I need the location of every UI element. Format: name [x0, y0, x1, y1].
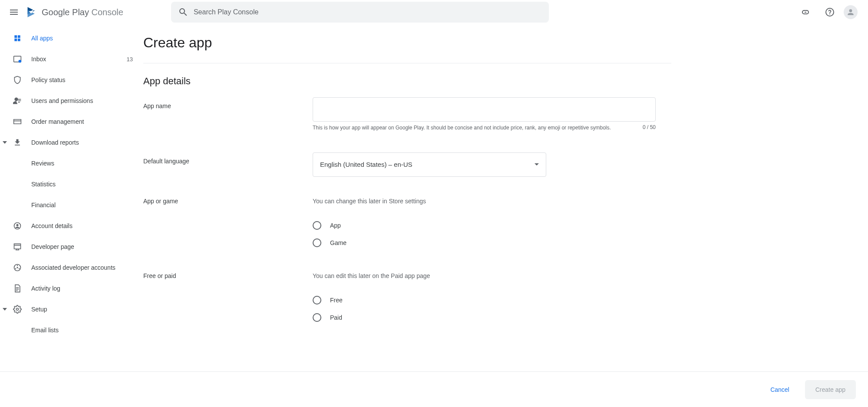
sidebar-subitem-email-lists[interactable]: Email lists [0, 320, 143, 341]
sidebar-item-label: Inbox [31, 56, 127, 63]
app-name-helper: This is how your app will appear on Goog… [313, 124, 643, 132]
logo-text: Google Play Console [42, 7, 123, 17]
svg-point-5 [17, 265, 18, 266]
radio-option-paid[interactable]: Paid [313, 309, 430, 326]
radio-option-free[interactable]: Free [313, 291, 430, 309]
free-or-paid-label: Free or paid [143, 272, 313, 326]
default-language-value: English (United States) – en-US [320, 161, 535, 168]
radio-icon [313, 221, 321, 230]
sidebar-item-order-management[interactable]: Order management [0, 111, 143, 132]
sidebar-item-download-reports[interactable]: Download reports [0, 132, 143, 153]
radio-icon [313, 296, 321, 304]
hamburger-menu-button[interactable] [3, 2, 24, 23]
svg-point-8 [17, 308, 19, 311]
sidebar-subitem-statistics[interactable]: Statistics [0, 174, 143, 195]
sidebar-item-label: Users and permissions [31, 97, 133, 104]
radio-icon [313, 313, 321, 322]
svg-point-2 [17, 224, 19, 226]
page-title: Create app [143, 35, 671, 51]
svg-point-4 [17, 267, 18, 268]
section-title: App details [143, 76, 671, 87]
sidebar-item-setup[interactable]: Setup [0, 299, 143, 320]
radio-label: Paid [330, 314, 342, 321]
radio-label: Free [330, 297, 343, 304]
free-or-paid-hint: You can edit this later on the Paid app … [313, 272, 430, 279]
radio-option-game[interactable]: Game [313, 234, 426, 251]
logo[interactable]: Google Play Console [26, 6, 123, 18]
sidebar-item-label: Policy status [31, 76, 133, 83]
hamburger-icon [9, 7, 19, 17]
divider [143, 63, 671, 63]
default-language-label: Default language [143, 152, 313, 177]
help-icon [825, 7, 835, 17]
inbox-icon [12, 54, 23, 64]
svg-point-0 [19, 60, 22, 63]
radio-label: App [330, 222, 341, 229]
sidebar-item-label: All apps [31, 35, 133, 42]
svg-point-7 [15, 268, 17, 269]
sidebar-nav: All appsInbox13Policy statusUsers and pe… [0, 24, 143, 371]
app-name-char-count: 0 / 50 [643, 124, 656, 132]
account-avatar[interactable] [844, 5, 858, 19]
search-bar[interactable] [171, 2, 549, 23]
sidebar-item-associated-developer-accounts[interactable]: Associated developer accounts [0, 257, 143, 278]
sidebar-item-label: Developer page [31, 243, 133, 250]
search-icon [175, 3, 192, 21]
sidebar-subitem-reviews[interactable]: Reviews [0, 153, 143, 174]
sidebar-item-account-details[interactable]: Account details [0, 215, 143, 236]
download-icon [12, 137, 23, 148]
search-input[interactable] [192, 8, 545, 16]
radio-label: Game [330, 239, 347, 246]
app-header: Google Play Console [0, 0, 868, 24]
sidebar-badge: 13 [127, 56, 133, 63]
card-icon [12, 116, 23, 127]
create-app-button[interactable]: Create app [805, 380, 856, 399]
chevron-down-icon [535, 163, 539, 165]
avatar-icon [846, 8, 855, 17]
sidebar-subitem-financial[interactable]: Financial [0, 195, 143, 215]
default-language-select[interactable]: English (United States) – en-US [313, 152, 546, 177]
sidebar-item-label: Setup [31, 306, 133, 313]
app-or-game-label: App or game [143, 198, 313, 251]
caret-down-icon [3, 307, 7, 311]
sidebar-item-label: Associated developer accounts [31, 264, 133, 271]
app-name-input[interactable] [313, 97, 656, 122]
main-content: Create app App details App name This is … [143, 24, 868, 371]
assoc-icon [12, 262, 23, 273]
footer-actions: Cancel Create app [0, 371, 868, 407]
header-actions [795, 2, 865, 23]
log-icon [12, 283, 23, 294]
play-console-logo-icon [26, 6, 38, 18]
shield-icon [12, 75, 23, 85]
sidebar-item-policy-status[interactable]: Policy status [0, 69, 143, 90]
sidebar-item-all-apps[interactable]: All apps [0, 28, 143, 49]
sidebar-item-label: Account details [31, 222, 133, 229]
settings-icon [12, 304, 23, 314]
link-button[interactable] [795, 2, 816, 23]
apps-icon [12, 33, 23, 43]
link-icon [800, 7, 811, 17]
sidebar-item-label: Activity log [31, 285, 133, 292]
devpage-icon [12, 242, 23, 252]
help-button[interactable] [819, 2, 840, 23]
people-icon [12, 96, 23, 106]
cancel-button[interactable]: Cancel [760, 380, 800, 399]
sidebar-item-label: Order management [31, 118, 133, 125]
svg-point-6 [19, 268, 20, 269]
sidebar-item-activity-log[interactable]: Activity log [0, 278, 143, 299]
sidebar-item-users-and-permissions[interactable]: Users and permissions [0, 90, 143, 111]
radio-option-app[interactable]: App [313, 217, 426, 234]
sidebar-item-label: Download reports [31, 139, 133, 146]
caret-down-icon [3, 140, 7, 145]
sidebar-item-developer-page[interactable]: Developer page [0, 236, 143, 257]
radio-icon [313, 238, 321, 247]
app-name-label: App name [143, 97, 313, 132]
account-icon [12, 221, 23, 231]
app-or-game-hint: You can change this later in Store setti… [313, 198, 426, 205]
sidebar-item-inbox[interactable]: Inbox13 [0, 49, 143, 69]
